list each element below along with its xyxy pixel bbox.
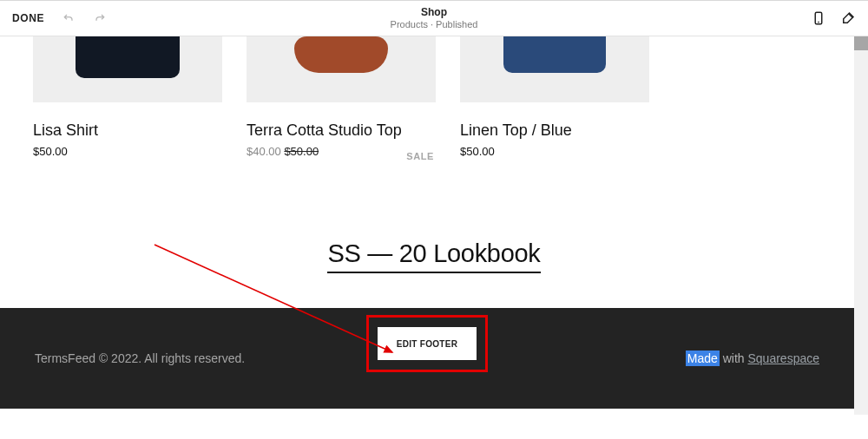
page-subtitle: Products · Published: [186, 19, 682, 31]
product-price: $50.00: [460, 145, 649, 158]
mobile-preview-icon[interactable]: [811, 10, 826, 26]
lookbook-section: SS — 20 Lookbook: [33, 239, 835, 273]
product-price: $50.00: [33, 145, 222, 158]
sale-price: $40.00: [247, 145, 281, 158]
topbar-left: DONE: [12, 11, 186, 25]
styles-brush-icon[interactable]: [840, 10, 856, 26]
edit-footer-label: EDIT FOOTER: [397, 339, 458, 349]
squarespace-link[interactable]: Squarespace: [747, 351, 819, 365]
original-price: $50.00: [284, 145, 319, 158]
editor-canvas: Lisa Shirt $50.00 Terra Cotta Studio Top…: [0, 36, 868, 427]
footer-with-text: with: [720, 351, 748, 365]
done-button[interactable]: DONE: [12, 12, 44, 24]
product-card[interactable]: Lisa Shirt $50.00: [33, 36, 222, 158]
page-content: Lisa Shirt $50.00 Terra Cotta Studio Top…: [0, 36, 868, 273]
product-image: [247, 36, 436, 102]
site-footer[interactable]: TermsFeed © 2022. All rights reserved. M…: [0, 308, 854, 409]
scrollbar-down-icon[interactable]: [854, 415, 868, 427]
product-image: [460, 36, 649, 102]
lookbook-link[interactable]: SS — 20 Lookbook: [327, 239, 540, 273]
undo-icon[interactable]: [62, 11, 76, 25]
product-grid: Lisa Shirt $50.00 Terra Cotta Studio Top…: [33, 36, 835, 158]
bottom-strip: [0, 427, 868, 439]
made-badge: Made: [686, 351, 720, 366]
page-title: Shop: [186, 6, 682, 19]
edit-footer-button[interactable]: EDIT FOOTER: [378, 327, 477, 360]
redo-icon[interactable]: [93, 11, 107, 25]
footer-copyright: TermsFeed © 2022. All rights reserved.: [35, 351, 245, 365]
product-name: Linen Top / Blue: [460, 121, 649, 140]
product-card[interactable]: Terra Cotta Studio Top $40.00 $50.00 SAL…: [247, 36, 436, 158]
topbar-right: [682, 10, 856, 26]
product-name: Lisa Shirt: [33, 121, 222, 140]
editor-topbar: DONE Shop Products · Published: [0, 0, 868, 36]
scrollbar-track[interactable]: [854, 50, 868, 415]
scrollbar-up-icon[interactable]: [854, 36, 868, 50]
product-card[interactable]: Linen Top / Blue $50.00: [460, 36, 649, 158]
footer-attribution: Made with Squarespace: [686, 351, 819, 365]
product-name: Terra Cotta Studio Top: [247, 121, 436, 140]
sale-badge: SALE: [406, 151, 434, 161]
product-image: [33, 36, 222, 102]
topbar-center: Shop Products · Published: [186, 6, 682, 31]
